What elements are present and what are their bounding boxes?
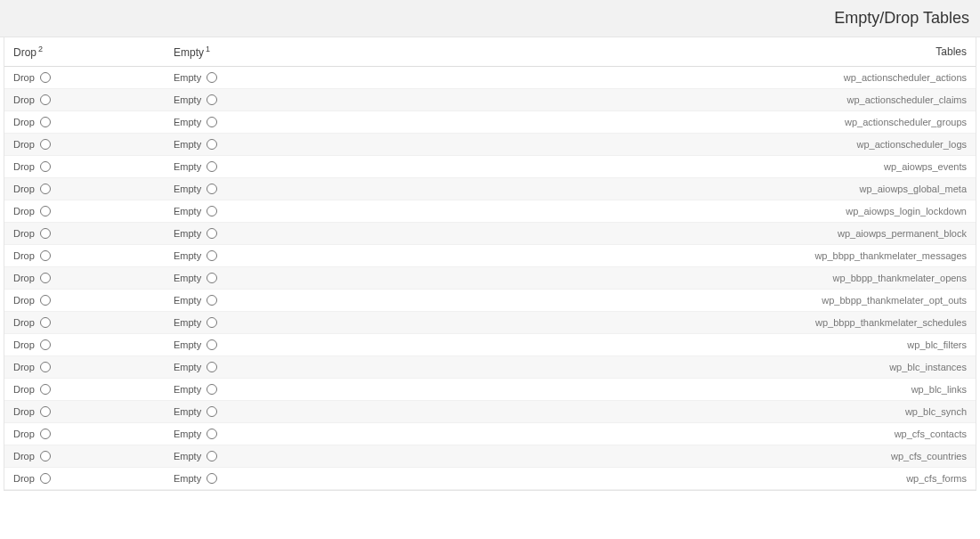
- drop-label: Drop: [13, 139, 35, 150]
- drop-label: Drop: [13, 295, 35, 306]
- table-name-cell: wp_actionscheduler_groups: [325, 111, 976, 134]
- drop-cell: Drop: [4, 89, 165, 111]
- drop-cell: Drop: [4, 134, 165, 156]
- drop-cell: Drop: [4, 290, 165, 312]
- table-name-cell: wp_aiowps_global_meta: [325, 178, 976, 200]
- empty-label: Empty: [174, 228, 201, 239]
- empty-radio[interactable]: [207, 317, 217, 328]
- empty-radio[interactable]: [207, 161, 217, 172]
- table-name-cell: wp_cfs_forms: [325, 468, 976, 490]
- drop-cell: Drop: [4, 223, 165, 245]
- empty-radio[interactable]: [207, 429, 217, 439]
- drop-radio[interactable]: [40, 250, 51, 261]
- drop-radio[interactable]: [40, 451, 51, 461]
- empty-radio[interactable]: [207, 94, 217, 105]
- empty-radio[interactable]: [207, 206, 217, 216]
- empty-cell: Empty: [165, 423, 325, 445]
- table-row: DropEmptywp_actionscheduler_logs: [4, 134, 976, 156]
- drop-radio[interactable]: [40, 228, 51, 239]
- drop-label: Drop: [13, 117, 35, 127]
- empty-label: Empty: [174, 384, 201, 395]
- drop-cell: Drop: [4, 356, 165, 379]
- drop-radio[interactable]: [40, 273, 51, 283]
- drop-cell: Drop: [4, 245, 165, 267]
- table-name-cell: wp_aiowps_permanent_block: [325, 223, 976, 245]
- table-name-cell: wp_actionscheduler_logs: [325, 134, 976, 156]
- table-row: DropEmptywp_aiowps_permanent_block: [4, 223, 976, 245]
- drop-label: Drop: [13, 339, 35, 350]
- empty-radio[interactable]: [207, 295, 217, 306]
- empty-radio[interactable]: [207, 339, 217, 350]
- drop-radio[interactable]: [40, 429, 51, 439]
- drop-radio[interactable]: [40, 72, 51, 83]
- drop-radio[interactable]: [40, 161, 51, 172]
- empty-label: Empty: [174, 295, 201, 306]
- empty-radio[interactable]: [207, 117, 217, 127]
- empty-cell: Empty: [165, 379, 325, 401]
- table-name-cell: wp_bbpp_thankmelater_messages: [325, 245, 976, 267]
- drop-cell: Drop: [4, 200, 165, 223]
- table-row: DropEmptywp_bbpp_thankmelater_schedules: [4, 312, 976, 334]
- empty-cell: Empty: [165, 401, 325, 423]
- empty-label: Empty: [174, 473, 201, 484]
- drop-radio[interactable]: [40, 295, 51, 306]
- drop-cell: Drop: [4, 401, 165, 423]
- drop-radio[interactable]: [40, 406, 51, 417]
- table-name-cell: wp_aiowps_login_lockdown: [325, 200, 976, 223]
- table-header-row: Drop2 Empty1 Tables: [4, 37, 976, 67]
- empty-radio[interactable]: [207, 362, 217, 372]
- drop-label: Drop: [13, 473, 35, 484]
- drop-label: Drop: [13, 317, 35, 328]
- drop-radio[interactable]: [40, 339, 51, 350]
- drop-label: Drop: [13, 429, 35, 439]
- table-row: DropEmptywp_blc_instances: [4, 356, 976, 379]
- empty-radio[interactable]: [207, 406, 217, 417]
- empty-radio[interactable]: [207, 184, 217, 194]
- empty-label: Empty: [174, 317, 201, 328]
- drop-label: Drop: [13, 72, 35, 83]
- empty-cell: Empty: [165, 178, 325, 200]
- drop-radio[interactable]: [40, 139, 51, 150]
- empty-radio[interactable]: [207, 228, 217, 239]
- table-name-cell: wp_blc_links: [325, 379, 976, 401]
- empty-radio[interactable]: [207, 250, 217, 261]
- empty-radio[interactable]: [207, 473, 217, 484]
- drop-cell: Drop: [4, 334, 165, 356]
- table-row: DropEmptywp_bbpp_thankmelater_messages: [4, 245, 976, 267]
- empty-radio[interactable]: [207, 139, 217, 150]
- empty-cell: Empty: [165, 468, 325, 490]
- empty-cell: Empty: [165, 200, 325, 223]
- drop-cell: Drop: [4, 423, 165, 445]
- drop-radio[interactable]: [40, 317, 51, 328]
- empty-label: Empty: [174, 94, 201, 105]
- drop-radio[interactable]: [40, 117, 51, 127]
- drop-radio[interactable]: [40, 206, 51, 216]
- empty-cell: Empty: [165, 111, 325, 134]
- empty-cell: Empty: [165, 134, 325, 156]
- table-row: DropEmptywp_blc_synch: [4, 401, 976, 423]
- empty-radio[interactable]: [207, 273, 217, 283]
- tables-column-header: Tables: [325, 37, 976, 67]
- table-row: DropEmptywp_cfs_contacts: [4, 423, 976, 445]
- drop-label: Drop: [13, 451, 35, 461]
- empty-radio[interactable]: [207, 451, 217, 461]
- drop-cell: Drop: [4, 178, 165, 200]
- empty-cell: Empty: [165, 334, 325, 356]
- empty-radio[interactable]: [207, 72, 217, 83]
- table-row: DropEmptywp_blc_links: [4, 379, 976, 401]
- drop-radio[interactable]: [40, 384, 51, 395]
- drop-radio[interactable]: [40, 473, 51, 484]
- page-title: Empty/Drop Tables: [0, 0, 980, 37]
- drop-radio[interactable]: [40, 362, 51, 372]
- empty-radio[interactable]: [207, 384, 217, 395]
- empty-cell: Empty: [165, 356, 325, 379]
- empty-label: Empty: [174, 362, 201, 372]
- empty-label: Empty: [174, 117, 201, 127]
- drop-radio[interactable]: [40, 94, 51, 105]
- empty-label: Empty: [174, 139, 201, 150]
- empty-label: Empty: [174, 72, 201, 83]
- tables-container: Drop2 Empty1 Tables DropEmptywp_actionsc…: [4, 37, 976, 491]
- drop-radio[interactable]: [40, 184, 51, 194]
- empty-label: Empty: [174, 339, 201, 350]
- empty-label: Empty: [174, 429, 201, 439]
